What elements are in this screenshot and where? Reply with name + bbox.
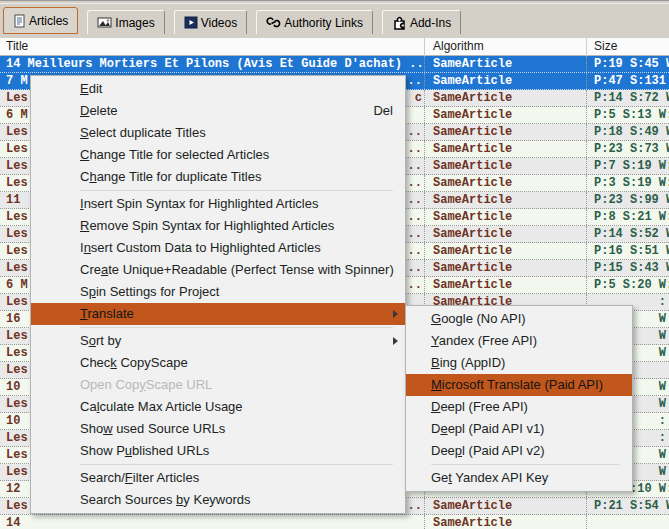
title-overflow-fragment: .. [408, 209, 422, 225]
menu-item-show-used-source-urls[interactable]: Show used Source URLs [31, 418, 405, 440]
title-overflow-fragment: .. [408, 192, 422, 208]
title-overflow-fragment: .. [408, 175, 422, 191]
toolbar-separator [0, 3, 669, 4]
table-header: Title Algorithm Size [0, 38, 669, 56]
menu-item-sort-by[interactable]: Sort by [31, 330, 405, 352]
column-header-algorithm[interactable]: Algorithm [424, 38, 586, 56]
menu-item-deepl-paid-api-v2[interactable]: Deepl (Paid API v2) [406, 440, 632, 462]
app-window: ArticlesImagesVideosAuthority LinksAdd-I… [0, 0, 669, 529]
menu-item-edit[interactable]: Edit [31, 78, 405, 100]
title-overflow-fragment: .. [408, 260, 422, 276]
menu-item-label: Search/Filter Articles [80, 470, 199, 485]
menu-item-delete[interactable]: DeleteDel [31, 100, 405, 122]
videos-icon [184, 16, 198, 29]
menu-item-get-yandex-api-key[interactable]: Get Yandex API Key [406, 467, 632, 489]
addins-icon [392, 16, 407, 30]
submenu-arrow-icon [393, 337, 398, 345]
menu-item-label: Open CopyScape URL [80, 377, 212, 392]
menu-item-microsoft-translate-paid-api[interactable]: Microsoft Translate (Paid API) [406, 374, 632, 396]
menu-separator [80, 464, 393, 465]
menu-item-label: Search Sources by Keywords [80, 492, 251, 507]
menu-item-label: Create Unique+Readable (Perfect Tense wi… [80, 262, 394, 277]
cell-size: P:8 S:21 W: [586, 209, 669, 225]
table-row[interactable]: 14 Meilleurs Mortiers Et Pilons (Avis Et… [0, 56, 669, 73]
cell-algorithm: SameArticle [424, 192, 586, 208]
title-overflow-fragment: .. [408, 277, 422, 293]
menu-item-label: Deepl (Paid API v1) [431, 421, 544, 436]
menu-item-label: Google (No API) [431, 311, 526, 326]
cell-algorithm: SameArticle [424, 141, 586, 157]
tab-label: Authority Links [284, 16, 363, 30]
cell-size: P:7 S:19 W: [586, 158, 669, 174]
menu-item-label: Change Title for duplicate Titles [80, 169, 261, 184]
column-header-size[interactable]: Size [586, 38, 669, 56]
menu-separator [80, 190, 393, 191]
menu-item-label: Deepl (Paid API v2) [431, 443, 544, 458]
cell-size: P:5 S:20 W: [586, 277, 669, 293]
menu-item-label: Show used Source URLs [80, 421, 225, 436]
tab-label: Add-Ins [410, 16, 451, 30]
menu-item-insert-custom-data-to-highlighted-articles[interactable]: Insert Custom Data to Highlighted Articl… [31, 237, 405, 259]
menu-item-label: Select duplicate Titles [80, 125, 206, 140]
cell-algorithm: SameArticle [424, 277, 586, 293]
tab-add-ins[interactable]: Add-Ins [382, 10, 461, 34]
menu-item-calculate-max-article-usage[interactable]: Calculate Max Article Usage [31, 396, 405, 418]
menu-item-show-published-urls[interactable]: Show Published URLs [31, 440, 405, 462]
cell-algorithm: SameArticle [424, 209, 586, 225]
cell-algorithm: SameArticle [424, 73, 586, 89]
cell-algorithm: SameArticle [424, 107, 586, 123]
tab-images[interactable]: Images [87, 10, 164, 34]
menu-item-search-filter-articles[interactable]: Search/Filter Articles [31, 467, 405, 489]
cell-size: P:15 S:43 W [586, 260, 669, 276]
tab-videos[interactable]: Videos [174, 10, 247, 34]
tab-articles[interactable]: Articles [3, 7, 78, 34]
menu-item-label: Show Published URLs [80, 443, 209, 458]
cell-size: P:19 S:45 W [586, 56, 669, 72]
title-overflow-fragment: .. [408, 243, 422, 259]
menu-item-deepl-free-api[interactable]: Deepl (Free API) [406, 396, 632, 418]
title-overflow-fragment: .. [408, 498, 422, 514]
menu-item-label: Insert Custom Data to Highlighted Articl… [80, 240, 321, 255]
column-header-title[interactable]: Title [0, 38, 424, 56]
menu-item-translate[interactable]: Translate [31, 303, 405, 325]
menu-item-google-no-api[interactable]: Google (No API) [406, 308, 632, 330]
cell-size: P:14 S:72 W [586, 90, 669, 106]
menu-item-check-copyscape[interactable]: Check CopyScape [31, 352, 405, 374]
title-overflow-fragment: .. [408, 124, 422, 140]
menu-item-change-title-for-selected-articles[interactable]: Change Title for selected Articles [31, 144, 405, 166]
menu-item-deepl-paid-api-v1[interactable]: Deepl (Paid API v1) [406, 418, 632, 440]
tab-bar: ArticlesImagesVideosAuthority LinksAdd-I… [0, 9, 669, 34]
cell-algorithm: SameArticle [424, 243, 586, 259]
menu-item-label: Microsoft Translate (Paid API) [431, 377, 603, 392]
menu-item-label: Check CopyScape [80, 355, 188, 370]
tab-authority-links[interactable]: Authority Links [256, 10, 373, 34]
window-top-border [0, 0, 669, 1]
cell-size: P:3 S:19 W: [586, 175, 669, 191]
cell-algorithm: SameArticle [424, 90, 586, 106]
menu-separator [431, 464, 620, 465]
menu-item-insert-spin-syntax-for-highlighted-articles[interactable]: Insert Spin Syntax for Highlighted Artic… [31, 193, 405, 215]
menu-item-create-unique-readable-perfect-tense-with-spinner[interactable]: Create Unique+Readable (Perfect Tense wi… [31, 259, 405, 281]
menu-item-remove-spin-syntax-for-highlighted-articles[interactable]: Remove Spin Syntax for Highlighted Artic… [31, 215, 405, 237]
cell-size: P:23 S:99 W [586, 192, 669, 208]
tab-label: Videos [201, 16, 237, 30]
cell-size: P:16 S:51 W [586, 243, 669, 259]
table-row[interactable]: 14SameArticle [0, 515, 669, 529]
cell-algorithm: SameArticle [424, 158, 586, 174]
menu-item-spin-settings-for-project[interactable]: Spin Settings for Project [31, 281, 405, 303]
submenu-arrow-icon [393, 310, 398, 318]
menu-item-label: Sort by [80, 333, 121, 348]
menu-item-change-title-for-duplicate-titles[interactable]: Change Title for duplicate Titles [31, 166, 405, 188]
cell-size: P:5 S:13 W: [586, 107, 669, 123]
authority-links-icon [266, 16, 281, 29]
menu-item-label: Yandex (Free API) [431, 333, 537, 348]
cell-title: 14 [0, 515, 424, 529]
menu-item-search-sources-by-keywords[interactable]: Search Sources by Keywords [31, 489, 405, 511]
menu-item-bing-appid[interactable]: Bing (AppID) [406, 352, 632, 374]
menu-item-label: Delete [80, 103, 118, 118]
menu-item-label: Deepl (Free API) [431, 399, 528, 414]
articles-icon [13, 14, 26, 28]
menu-item-select-duplicate-titles[interactable]: Select duplicate Titles [31, 122, 405, 144]
menu-item-shortcut: Del [373, 100, 393, 122]
menu-item-yandex-free-api[interactable]: Yandex (Free API) [406, 330, 632, 352]
